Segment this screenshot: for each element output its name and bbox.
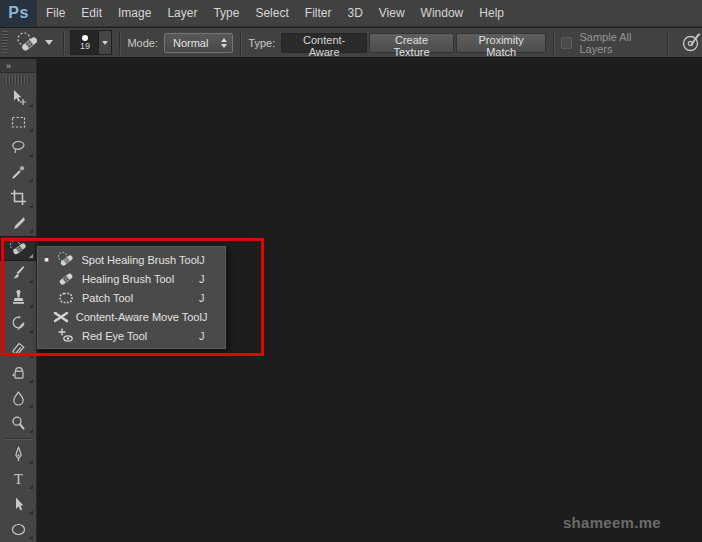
- tool-rectangular-marquee[interactable]: [0, 110, 36, 135]
- brush-tip-dot: [82, 35, 88, 41]
- flyout-item-red-eye[interactable]: Red Eye Tool J: [38, 326, 225, 345]
- eyedropper-icon: [10, 215, 27, 232]
- chevron-down-icon: [102, 41, 108, 45]
- svg-text:T: T: [14, 471, 23, 487]
- paint-bucket-icon: [10, 365, 27, 382]
- crop-icon: [10, 189, 27, 206]
- flyout-item-shortcut: J: [202, 311, 217, 323]
- sample-all-layers-checkbox[interactable]: Sample All Layers: [561, 31, 660, 55]
- flyout-item-shortcut: J: [199, 254, 217, 266]
- divider: [119, 31, 120, 55]
- type-label: Type:: [248, 37, 275, 49]
- tool-clone-stamp[interactable]: [0, 286, 36, 311]
- tool-magic-wand[interactable]: [0, 160, 36, 185]
- tablet-pressure-icon: [681, 32, 702, 53]
- menu-item-select[interactable]: Select: [247, 0, 296, 26]
- divider: [667, 31, 668, 55]
- divider: [240, 31, 241, 55]
- tools-panel-grip[interactable]: [6, 76, 30, 84]
- history-brush-icon: [10, 315, 27, 332]
- main-menu: File Edit Image Layer Type Select Filter…: [38, 0, 512, 26]
- tool-history-brush[interactable]: [0, 311, 36, 336]
- brush-size-picker[interactable]: 19: [70, 30, 112, 55]
- tool-move[interactable]: [0, 85, 36, 110]
- tool-pen[interactable]: [0, 442, 36, 467]
- divider: [63, 31, 64, 55]
- menu-item-file[interactable]: File: [38, 0, 73, 26]
- options-bar: 19 Mode: Normal Type: Content-Aware Crea…: [0, 28, 702, 58]
- updown-spinner-icon: [221, 38, 227, 48]
- tool-lasso[interactable]: [0, 135, 36, 160]
- shape-icon: [10, 521, 27, 538]
- menu-bar: Ps File Edit Image Layer Type Select Fil…: [0, 0, 702, 27]
- type-create-texture-button[interactable]: Create Texture: [369, 33, 454, 53]
- flyout-item-label: Spot Healing Brush Tool: [76, 254, 199, 266]
- type-segmented-control: Content-Aware Create Texture Proximity M…: [281, 33, 546, 53]
- brush-icon: [10, 265, 27, 282]
- spot-healing-brush-icon: [9, 239, 28, 258]
- current-tool-bullet-icon: [38, 250, 55, 269]
- spot-healing-brush-icon: [55, 251, 77, 269]
- menu-item-3d[interactable]: 3D: [339, 0, 370, 26]
- tool-spot-healing-brush[interactable]: [0, 236, 36, 261]
- type-content-aware-button[interactable]: Content-Aware: [281, 33, 367, 53]
- tool-type[interactable]: T: [0, 467, 36, 492]
- flyout-item-content-aware-move[interactable]: Content-Aware Move Tool J: [38, 307, 225, 326]
- type-proximity-match-button[interactable]: Proximity Match: [456, 33, 546, 53]
- content-aware-move-icon: [52, 308, 70, 326]
- tool-flyout-menu: Spot Healing Brush Tool J Healing Brush: [37, 246, 226, 349]
- type-icon: T: [10, 471, 27, 488]
- menu-item-help[interactable]: Help: [471, 0, 512, 26]
- sample-all-layers-label: Sample All Layers: [579, 31, 660, 55]
- flyout-item-label: Content-Aware Move Tool: [71, 311, 202, 323]
- healing-brush-icon: [55, 270, 77, 288]
- mode-dropdown[interactable]: Normal: [164, 33, 233, 53]
- tool-brush[interactable]: [0, 261, 36, 286]
- menu-item-edit[interactable]: Edit: [73, 0, 110, 26]
- tool-paint-bucket[interactable]: [0, 361, 36, 386]
- flyout-item-label: Patch Tool: [77, 292, 199, 304]
- flyout-item-spot-healing-brush[interactable]: Spot Healing Brush Tool J: [38, 250, 225, 269]
- dodge-icon: [10, 415, 27, 432]
- tool-dodge[interactable]: [0, 411, 36, 436]
- watermark: shameem.me: [563, 514, 661, 531]
- checkbox-box-icon[interactable]: [561, 37, 572, 49]
- flyout-item-shortcut: J: [199, 292, 217, 304]
- tablet-pressure-button[interactable]: [681, 32, 702, 53]
- tool-eyedropper[interactable]: [0, 211, 36, 236]
- mode-label: Mode:: [127, 37, 158, 49]
- flyout-item-label: Healing Brush Tool: [77, 273, 199, 285]
- menu-item-window[interactable]: Window: [413, 0, 472, 26]
- tool-preset-picker[interactable]: [13, 31, 56, 55]
- magic-wand-icon: [10, 164, 27, 181]
- flyout-item-healing-brush[interactable]: Healing Brush Tool J: [38, 269, 225, 288]
- tool-path-selection[interactable]: [0, 492, 36, 517]
- brush-size-dropdown-button[interactable]: [98, 31, 111, 54]
- flyout-item-label: Red Eye Tool: [77, 330, 199, 342]
- flyout-item-shortcut: J: [199, 330, 217, 342]
- divider: [553, 31, 554, 55]
- path-selection-icon: [10, 496, 27, 513]
- menu-item-type[interactable]: Type: [205, 0, 247, 26]
- tool-blur[interactable]: [0, 386, 36, 411]
- blur-icon: [10, 390, 27, 407]
- tool-eraser[interactable]: [0, 336, 36, 361]
- menu-item-image[interactable]: Image: [110, 0, 159, 26]
- menu-item-filter[interactable]: Filter: [297, 0, 340, 26]
- tool-shape[interactable]: [0, 517, 36, 542]
- photoshop-window: Ps File Edit Image Layer Type Select Fil…: [0, 0, 702, 542]
- brush-preview: 19: [71, 31, 98, 54]
- tool-preset-caret-icon: [45, 40, 53, 45]
- options-bar-grip[interactable]: [2, 31, 8, 55]
- brush-size-value: 19: [80, 42, 90, 51]
- flyout-item-patch[interactable]: Patch Tool J: [38, 288, 225, 307]
- tool-crop[interactable]: [0, 185, 36, 210]
- collapse-tools-button[interactable]: »: [0, 59, 36, 73]
- menu-item-layer[interactable]: Layer: [159, 0, 205, 26]
- mode-dropdown-value: Normal: [173, 37, 221, 49]
- menu-item-view[interactable]: View: [371, 0, 413, 26]
- marquee-icon: [10, 114, 27, 131]
- lasso-icon: [10, 139, 27, 156]
- eraser-icon: [10, 340, 27, 357]
- tools-panel: »: [0, 59, 37, 542]
